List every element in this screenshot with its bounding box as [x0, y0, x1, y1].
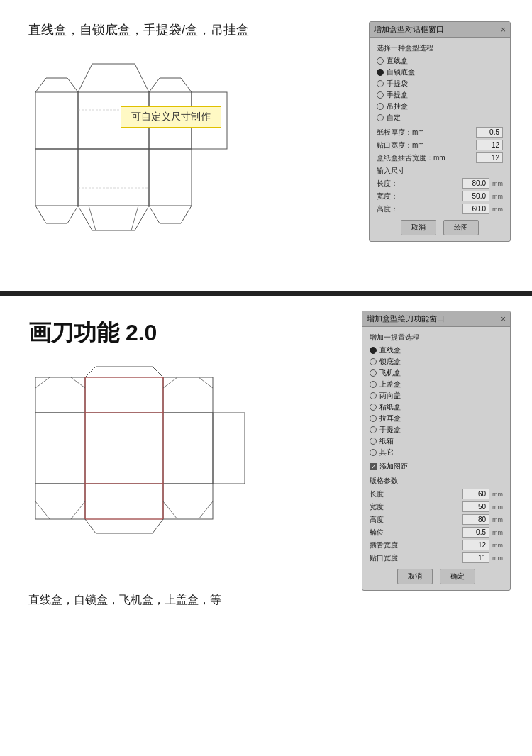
b-radio-8[interactable]: 纸箱 — [370, 436, 503, 446]
input-section-label: 输入尺寸 — [377, 166, 503, 176]
bottom-box-svg — [28, 363, 291, 583]
top-radio-group: 直线盒 自锁底盒 手提袋 手提盒 吊挂盒 — [377, 56, 503, 123]
radio-item-3[interactable]: 手提盒 — [377, 90, 503, 100]
svg-rect-12 — [85, 413, 163, 484]
b-field-width-label: 宽度 — [370, 502, 460, 512]
b-radio-3[interactable]: 上盖盒 — [370, 379, 503, 389]
bottom-dialog-body: 增加一提置选程 直线盒 锁底盒 飞机盒 上盖盒 — [362, 327, 510, 590]
field-height-label: 高度： — [377, 204, 460, 214]
b-field-height: 高度 80 mm — [370, 514, 503, 525]
radio-item-0[interactable]: 直线盒 — [377, 56, 503, 66]
checkbox-row[interactable]: ✓ 添加图距 — [370, 462, 503, 472]
b-radio-9[interactable]: 其它 — [370, 448, 503, 457]
svg-rect-18 — [35, 484, 85, 519]
b-radio-label-5: 粘纸盒 — [379, 402, 401, 412]
bottom-confirm-button[interactable]: 确定 — [440, 569, 475, 584]
b-field-length-value[interactable]: 60 — [462, 489, 489, 499]
bottom-dialog-section-label: 增加一提置选程 — [370, 333, 503, 343]
bottom-dialog-titlebar: 增加盒型绘刀功能窗口 × — [362, 311, 510, 327]
radio-label-3: 手提盒 — [387, 90, 408, 100]
field-width: 宽度： 50.0 mm — [377, 191, 503, 201]
b-field-width-value[interactable]: 50 — [462, 501, 489, 512]
b-field-insert-value[interactable]: 12 — [462, 540, 489, 550]
b-radio-label-2: 飞机盒 — [379, 368, 401, 378]
field-glue-value[interactable]: 12 — [476, 140, 503, 150]
b-field-width: 宽度 50 mm — [370, 501, 503, 512]
radio-circle-1 — [377, 69, 384, 76]
b-radio-circle-6 — [370, 415, 377, 422]
field-thickness-label: 纸板厚度：mm — [377, 128, 473, 138]
b-radio-0[interactable]: 直线盒 — [370, 345, 503, 355]
radio-label-2: 手提袋 — [387, 79, 408, 89]
field-insert-value[interactable]: 12 — [476, 152, 503, 163]
b-field-glue-value[interactable]: 11 — [462, 552, 489, 563]
close-icon-2[interactable]: × — [501, 314, 506, 324]
radio-circle-3 — [377, 91, 384, 99]
svg-rect-16 — [85, 377, 163, 413]
field-width-label: 宽度： — [377, 191, 460, 201]
top-box-svg — [28, 50, 291, 241]
radio-item-2[interactable]: 手提袋 — [377, 79, 503, 89]
b-field-insert-label: 插舌宽度 — [370, 540, 460, 550]
b-field-glue: 贴口宽度 11 mm — [370, 552, 503, 563]
bottom-box-diagram — [28, 363, 298, 583]
svg-rect-13 — [163, 413, 213, 484]
radio-item-1[interactable]: 自锁底盒 — [377, 67, 503, 77]
b-radio-6[interactable]: 拉耳盒 — [370, 413, 503, 423]
b-radio-7[interactable]: 手提盒 — [370, 425, 503, 435]
svg-line-29 — [163, 377, 177, 388]
radio-circle-2 — [377, 80, 384, 87]
radio-circle-4 — [377, 103, 384, 110]
field-glue: 贴口宽度：mm 12 — [377, 140, 503, 150]
b-radio-circle-2 — [370, 369, 377, 377]
svg-line-31 — [35, 501, 50, 519]
custom-badge: 可自定义尺寸制作 — [121, 106, 221, 128]
checkbox-label: 添加图距 — [379, 462, 408, 472]
top-section: 直线盒，自锁底盒，手提袋/盒，吊挂盒 可自定义尺寸制作 — [0, 0, 532, 284]
radio-label-0: 直线盒 — [387, 56, 408, 66]
field-insert-label: 盒纸盒插舌宽度：mm — [377, 153, 473, 163]
bottom-cancel-button[interactable]: 取消 — [397, 569, 433, 584]
bottom-subtitle: 直线盒，自锁盒，飞机盒，上盖盒，等 — [28, 593, 504, 608]
top-cancel-button[interactable]: 取消 — [401, 220, 436, 235]
field-glue-label: 贴口宽度：mm — [377, 140, 473, 150]
top-confirm-button[interactable]: 绘图 — [443, 220, 479, 235]
b-radio-label-3: 上盖盒 — [379, 379, 401, 389]
field-length-value[interactable]: 80.0 — [462, 178, 489, 189]
svg-rect-4 — [35, 149, 78, 206]
radio-item-5[interactable]: 自定 — [377, 113, 503, 123]
b-radio-label-7: 手提盒 — [379, 425, 401, 435]
b-field-nan-value[interactable]: 0.5 — [462, 527, 489, 538]
b-field-height-value[interactable]: 80 — [462, 514, 489, 525]
radio-label-1: 自锁底盒 — [387, 67, 415, 77]
radio-circle-0 — [377, 57, 384, 65]
field-thickness: 纸板厚度：mm 0.5 — [377, 127, 503, 138]
b-radio-5[interactable]: 粘纸盒 — [370, 402, 503, 412]
b-radio-label-0: 直线盒 — [379, 345, 401, 355]
svg-rect-11 — [35, 413, 85, 484]
field-length-unit: mm — [492, 180, 503, 187]
svg-rect-19 — [85, 484, 163, 519]
b-radio-1[interactable]: 锁底盒 — [370, 357, 503, 367]
top-dialog: 增加盒型对话框窗口 × 选择一种盒型选程 直线盒 自锁底盒 手提袋 — [369, 21, 511, 242]
b-radio-4[interactable]: 两向盖 — [370, 391, 503, 401]
field-thickness-value[interactable]: 0.5 — [476, 127, 503, 138]
b-radio-circle-4 — [370, 392, 377, 399]
top-dialog-body: 选择一种盒型选程 直线盒 自锁底盒 手提袋 手提盒 — [370, 38, 510, 241]
field-height-value[interactable]: 60.0 — [462, 204, 489, 214]
field-height-unit: mm — [492, 206, 503, 213]
radio-item-4[interactable]: 吊挂盒 — [377, 101, 503, 111]
top-dialog-section-label: 选择一种盒型选程 — [377, 43, 503, 53]
close-icon[interactable]: × — [501, 25, 506, 35]
b-field-nan: 楠位 0.5 mm — [370, 527, 503, 538]
b-radio-label-9: 其它 — [379, 448, 394, 457]
top-box-diagram: 可自定义尺寸制作 — [28, 50, 298, 241]
field-width-value[interactable]: 50.0 — [462, 191, 489, 201]
b-field-height-label: 高度 — [370, 515, 460, 525]
b-radio-2[interactable]: 飞机盒 — [370, 368, 503, 378]
bottom-radio-group: 直线盒 锁底盒 飞机盒 上盖盒 两向盖 — [370, 345, 503, 457]
b-radio-label-6: 拉耳盒 — [379, 413, 401, 423]
svg-line-34 — [199, 501, 213, 519]
params-label: 版格参数 — [370, 476, 503, 486]
bottom-dialog-buttons: 取消 确定 — [370, 569, 503, 584]
